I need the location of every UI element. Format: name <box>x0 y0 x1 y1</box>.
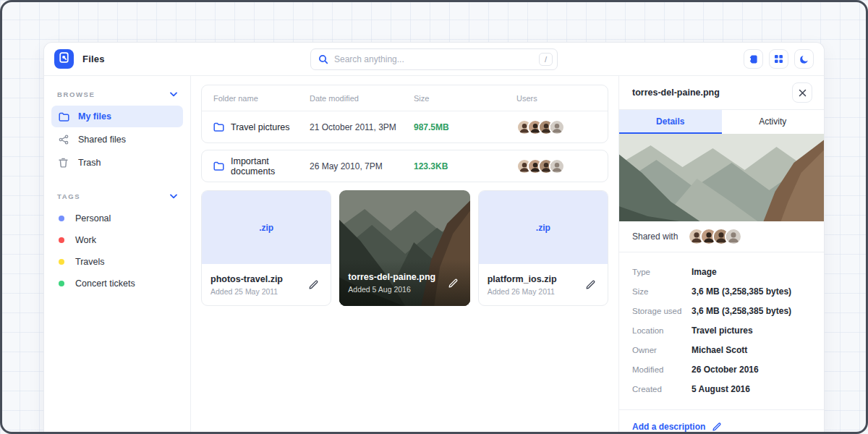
shared-with-row: Shared with <box>619 221 824 252</box>
topbar-actions <box>744 49 814 69</box>
pencil-icon <box>308 279 319 290</box>
detail-row-location: Location Travel pictures <box>632 320 811 340</box>
zip-badge: .zip <box>536 223 550 233</box>
file-card-photos-travel[interactable]: .zip photos-travel.zip Added 25 May 2011 <box>201 190 331 306</box>
date-modified: 21 October 2011, 3PM <box>310 122 414 132</box>
grid-view-button[interactable] <box>769 49 788 69</box>
mountain-photo-preview <box>619 134 824 221</box>
detail-row-owner: Owner Michael Scott <box>632 340 811 359</box>
add-description-button[interactable]: Add a description <box>619 410 824 434</box>
sidebar-item-shared-files[interactable]: Shared files <box>51 129 183 150</box>
browse-section-label: BROWSE <box>57 90 95 98</box>
pencil-icon <box>448 278 459 289</box>
users-avatars <box>516 158 596 174</box>
sidebar-item-label: Shared files <box>78 135 126 145</box>
notebook-button[interactable] <box>744 49 763 69</box>
column-header: Date modified <box>310 94 414 103</box>
zip-badge: .zip <box>259 223 273 233</box>
file-name: torres-del-paine.png <box>348 272 435 282</box>
image-preview <box>619 134 824 221</box>
selected-file-title: torres-del-paine.png <box>632 88 720 98</box>
folder-icon <box>213 161 224 171</box>
file-name: platform_ios.zip <box>488 274 557 284</box>
file-card-platform-ios[interactable]: .zip platform_ios.zip Added 26 May 2011 <box>478 190 608 306</box>
tag-color-dot <box>59 237 64 243</box>
close-panel-button[interactable] <box>792 82 812 103</box>
rename-button[interactable] <box>582 276 599 293</box>
tags-section-label: TAGS <box>57 192 80 200</box>
trash-icon <box>59 158 69 168</box>
tag-color-dot <box>59 216 64 221</box>
tag-color-dot <box>59 259 64 265</box>
chevron-down-icon[interactable] <box>170 194 177 199</box>
shared-with-avatars <box>688 228 742 245</box>
tag-personal[interactable]: Personal <box>51 208 183 229</box>
detail-row-type: Type Image <box>632 262 811 281</box>
file-card-torres-del-paine[interactable]: torres-del-paine.png Added 5 Aug 2016 <box>339 190 469 306</box>
rename-button[interactable] <box>305 276 322 293</box>
tab-details[interactable]: Details <box>619 110 722 134</box>
tag-travels[interactable]: Travels <box>51 251 183 273</box>
folders-table: Folder name Date modified Size Users Tra… <box>201 85 608 143</box>
user-avatar <box>549 158 565 174</box>
topbar: Files / <box>44 43 824 76</box>
shared-with-label: Shared with <box>632 231 678 242</box>
tag-label: Concert tickets <box>75 278 135 289</box>
table-row[interactable]: Travel pictures 21 October 2011, 3PM 987… <box>202 111 608 142</box>
folder-name: Important documents <box>231 156 310 176</box>
column-header: Size <box>414 94 516 103</box>
tag-label: Travels <box>75 257 105 267</box>
folder-size: 123.3KB <box>414 161 516 171</box>
folder-name: Travel pictures <box>231 122 290 132</box>
file-search-icon <box>58 51 70 67</box>
search-bar[interactable]: / <box>310 48 558 70</box>
pencil-icon <box>712 422 722 432</box>
date-modified: 26 May 2010, 7PM <box>310 161 414 171</box>
moon-icon <box>799 54 809 64</box>
tag-label: Personal <box>75 213 111 224</box>
detail-row-created: Created 5 August 2016 <box>632 379 811 399</box>
dark-mode-toggle[interactable] <box>794 49 814 69</box>
file-name: photos-travel.zip <box>210 274 283 284</box>
app-logo[interactable] <box>54 49 74 69</box>
folder-size: 987.5MB <box>414 122 516 132</box>
folder-icon <box>213 122 224 132</box>
notebook-icon <box>749 54 759 64</box>
grid-view-icon <box>774 54 783 64</box>
pencil-icon <box>585 279 596 290</box>
search-icon <box>318 54 328 64</box>
search-input[interactable] <box>334 54 539 64</box>
detail-row-storage-used: Storage used 3,6 MB (3,258,385 bytes) <box>632 301 811 320</box>
column-header: Folder name <box>213 94 310 103</box>
sidebar: BROWSE My files <box>44 76 191 434</box>
share-icon <box>59 135 69 145</box>
tag-work[interactable]: Work <box>51 229 183 251</box>
rename-button[interactable] <box>445 275 461 292</box>
app-title: Files <box>82 54 105 64</box>
chevron-down-icon[interactable] <box>170 92 177 97</box>
panel-tabs: Details Activity <box>619 109 824 134</box>
file-added-date: Added 26 May 2011 <box>488 287 557 296</box>
tag-color-dot <box>59 281 64 286</box>
zip-preview: .zip <box>479 191 608 264</box>
folders-table: Important documents 26 May 2010, 7PM 123… <box>201 150 608 182</box>
detail-row-size: Size 3,6 MB (3,258,385 bytes) <box>632 281 811 301</box>
tab-activity[interactable]: Activity <box>722 110 825 134</box>
tag-concert-tickets[interactable]: Concert tickets <box>51 273 183 294</box>
zip-preview: .zip <box>202 191 331 264</box>
table-row[interactable]: Important documents 26 May 2010, 7PM 123… <box>202 150 608 182</box>
add-description-label: Add a description <box>632 422 705 432</box>
sidebar-item-my-files[interactable]: My files <box>51 106 183 127</box>
column-header: Users <box>516 94 596 103</box>
users-avatars <box>516 119 596 135</box>
file-added-date: Added 5 Aug 2016 <box>348 285 435 294</box>
file-added-date: Added 25 May 2011 <box>210 287 283 296</box>
user-avatar <box>549 119 565 135</box>
table-header-row: Folder name Date modified Size Users <box>202 85 608 111</box>
search-shortcut-key: / <box>539 53 553 66</box>
close-icon <box>799 89 807 97</box>
user-avatar <box>725 228 742 245</box>
sidebar-item-label: Trash <box>78 158 101 168</box>
detail-row-modified: Modified 26 October 2016 <box>632 359 811 379</box>
sidebar-item-trash[interactable]: Trash <box>51 152 183 174</box>
